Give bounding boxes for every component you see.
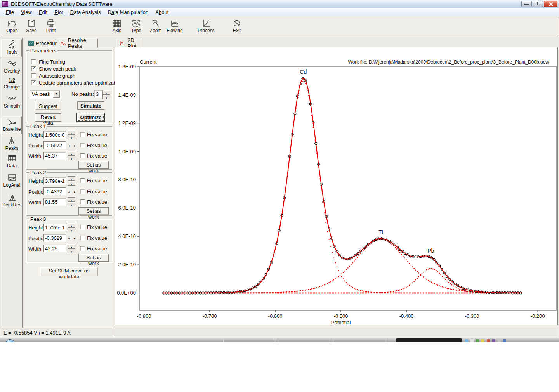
peak-2-height-spinner[interactable] (68, 176, 75, 186)
save-icon (27, 19, 36, 28)
svg-text:Current: Current (140, 59, 157, 65)
peak-3-height-fix-checkbox[interactable] (80, 225, 85, 230)
menu-view[interactable]: View (17, 9, 35, 16)
peak-2-set-as-work-button[interactable]: Set as work (78, 207, 109, 215)
revert-data-button[interactable]: Revert data (35, 113, 61, 122)
peak-2-width-input[interactable] (43, 198, 66, 206)
sidebar-item-change[interactable]: 1/2 Change (2, 76, 22, 94)
menu-data-manipulation[interactable]: Data Manipulation (104, 9, 152, 16)
tray-icon[interactable] (492, 339, 495, 342)
restore-button[interactable] (533, 1, 543, 7)
taskbar-window-button[interactable] (279, 339, 330, 342)
taskbar-active-window-button[interactable] (396, 338, 462, 342)
sidebar-item-tools[interactable]: Tools (2, 39, 22, 57)
peak-1-position-arrows[interactable] (68, 142, 79, 149)
dropdown-arrow-icon[interactable] (53, 91, 60, 98)
tray-icon[interactable] (498, 339, 501, 342)
spin-up-icon[interactable] (102, 90, 110, 95)
suggest-button[interactable]: Suggest (35, 102, 61, 110)
set-sum-curve-button[interactable]: Set SUM curve as workdata (40, 267, 98, 276)
start-button[interactable] (5, 339, 15, 342)
menu-data-analysis[interactable]: Data Analysis (67, 9, 104, 16)
type-button[interactable]: Type (128, 18, 145, 35)
sidebar-item-overlay[interactable]: Overlay (2, 59, 22, 76)
peak-1-width-fix-checkbox[interactable] (80, 153, 85, 158)
sidebar-item-peaks[interactable]: Peaks (2, 136, 22, 154)
axis-button[interactable]: Axis (108, 18, 125, 35)
peak-3-width-fix-checkbox[interactable] (80, 246, 85, 251)
peak-2-height-input[interactable] (43, 177, 66, 185)
peak-3-position-arrows[interactable] (68, 234, 79, 241)
spin-down-icon[interactable] (102, 95, 110, 99)
menu-about[interactable]: About (152, 9, 172, 16)
sidebar-item-loganal[interactable]: LogAnal (2, 173, 22, 191)
save-button[interactable]: Save (23, 18, 40, 35)
peak-1-position-input[interactable] (43, 141, 66, 149)
tab-2d-plot[interactable]: 2D Plot (116, 39, 142, 47)
tray-icon[interactable] (476, 339, 479, 342)
peak-3-position-input[interactable] (43, 234, 66, 242)
update-parameters-checkbox[interactable] (31, 80, 36, 85)
peak-1-height-input[interactable] (43, 131, 66, 139)
tray-icon[interactable] (487, 339, 490, 342)
title-bar: ECDSOFT-ElectroChemistry Data SOFTware (0, 0, 559, 8)
tray-icon[interactable] (470, 339, 474, 342)
tray-icon[interactable] (481, 339, 484, 342)
open-button[interactable]: Open (3, 18, 21, 35)
peak-3-position-fix-checkbox[interactable] (80, 236, 85, 241)
autoscale-graph-checkbox[interactable] (31, 73, 36, 78)
no-peaks-spinner[interactable] (102, 90, 110, 99)
peak-type-dropdown[interactable]: VA peak (30, 90, 61, 99)
menu-file[interactable]: File (2, 9, 17, 16)
smooth-curve-icon (7, 94, 17, 103)
fine-tuning-checkbox[interactable] (31, 59, 36, 64)
tray-icon[interactable] (503, 339, 506, 342)
taskbar-window-button[interactable] (223, 339, 274, 342)
minimize-button[interactable] (521, 1, 532, 7)
peak-3-width-input[interactable] (43, 245, 66, 252)
peak-3-height-spinner[interactable] (68, 223, 75, 232)
peak-1-set-as-work-button[interactable]: Set as work (78, 161, 109, 169)
flowing-button[interactable]: Flowing (164, 18, 185, 35)
peak-1-group: Peak 1 Height Fix value Position Fix val… (26, 126, 112, 170)
peak-1-height-fix-checkbox[interactable] (80, 132, 85, 137)
menu-plot[interactable]: Plot (51, 9, 66, 16)
simulate-button[interactable]: Simulate (77, 101, 104, 110)
peak-1-height-spinner[interactable] (68, 130, 75, 139)
sidebar-item-smooth[interactable]: Smooth (2, 94, 22, 111)
zoom-button[interactable]: Zoom (147, 18, 164, 35)
no-peaks-input[interactable]: 3 (94, 90, 102, 98)
peak-2-width-fix-checkbox[interactable] (80, 199, 85, 205)
print-button[interactable]: Print (42, 18, 59, 35)
svg-text:-0.400: -0.400 (399, 313, 414, 319)
peak-1-width-spinner[interactable] (68, 151, 75, 160)
sidebar-item-peakres[interactable]: PeakRes (2, 193, 22, 210)
exit-button[interactable]: Exit (228, 18, 245, 35)
optimize-button[interactable]: Optimize (76, 113, 105, 122)
peak-2-width-spinner[interactable] (68, 197, 75, 206)
peak-2-position-input[interactable] (43, 187, 66, 195)
menu-edit[interactable]: Edit (35, 9, 51, 16)
resolved-peaks-chart: CurrentWork file: D:\Mjerenja\Madarska\2… (115, 47, 557, 325)
tab-resolve-peaks[interactable]: Resolve Peaks (57, 38, 98, 48)
peak-2-position-fix-checkbox[interactable] (80, 189, 85, 194)
peak-3-set-as-work-button[interactable]: Set as work (78, 254, 109, 262)
2d-plot-tab-icon (120, 41, 126, 46)
show-each-peak-checkbox[interactable] (31, 66, 36, 71)
peak-1-width-input[interactable] (43, 152, 66, 160)
window-title: ECDSOFT-ElectroChemistry Data SOFTware (11, 1, 113, 7)
taskbar-window-button[interactable] (335, 339, 386, 342)
sidebar-item-baseline[interactable]: Baseline (2, 116, 22, 134)
peak-3-width-spinner[interactable] (68, 244, 75, 253)
peak-2-position-arrows[interactable] (68, 188, 79, 195)
peak-1-position-fix-checkbox[interactable] (80, 143, 85, 148)
process-button[interactable]: Process (194, 18, 218, 35)
peak-3-height-input[interactable] (43, 224, 66, 231)
tray-icon[interactable] (465, 339, 468, 342)
peak-2-height-fix-checkbox[interactable] (80, 178, 85, 183)
svg-text:Potential: Potential (331, 319, 351, 325)
svg-text:-0.300: -0.300 (465, 313, 479, 319)
tab-procedure[interactable]: Procedure (25, 39, 56, 47)
close-button[interactable] (544, 1, 557, 7)
sidebar-item-data[interactable]: Data (2, 153, 22, 171)
